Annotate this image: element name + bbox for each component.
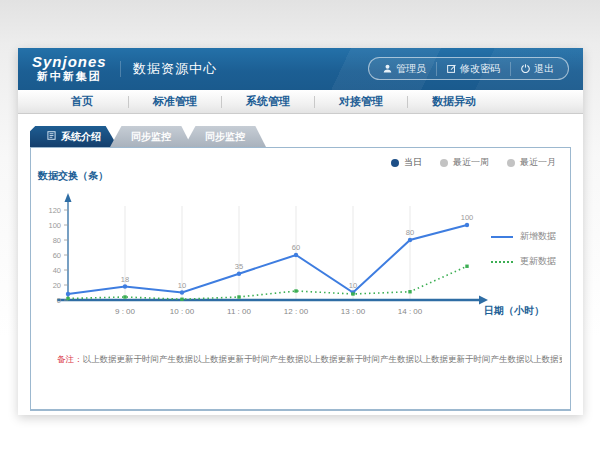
chart-panel: 当日 最近一周 最近一月 数据交换（条） 0204060801001209 : … xyxy=(30,147,571,411)
tab-sync-monitor-1[interactable]: 同步监控 xyxy=(110,126,192,147)
svg-text:9 : 00: 9 : 00 xyxy=(115,307,136,316)
x-axis-label: 日期（小时） xyxy=(484,304,544,318)
svg-text:20: 20 xyxy=(53,281,61,290)
legend-item-updated-data[interactable]: 更新数据 xyxy=(491,255,556,268)
tab-system-intro[interactable]: 系统介绍 xyxy=(30,126,118,147)
svg-text:10 : 00: 10 : 00 xyxy=(170,307,195,316)
main-nav: 首页 标准管理 系统管理 对接管理 数据异动 xyxy=(18,90,583,114)
legend-label: 新增数据 xyxy=(520,230,556,243)
svg-text:60: 60 xyxy=(53,251,61,260)
svg-text:11 : 00: 11 : 00 xyxy=(227,307,251,316)
edit-icon xyxy=(447,64,456,73)
legend-line-solid-icon xyxy=(491,236,513,238)
svg-text:14 : 00: 14 : 00 xyxy=(398,307,423,316)
app-window: Synjones 新中新集团 数据资源中心 管理员 修改密码 退出 xyxy=(18,48,583,415)
tab-bar: 系统介绍 同步监控 同步监控 xyxy=(30,126,266,147)
document-icon xyxy=(47,126,56,147)
svg-text:0: 0 xyxy=(57,296,61,305)
nav-item-home[interactable]: 首页 xyxy=(36,90,128,113)
current-user-label: 管理员 xyxy=(396,62,426,76)
svg-text:40: 40 xyxy=(53,266,61,275)
change-password-button[interactable]: 修改密码 xyxy=(436,62,510,76)
svg-text:18: 18 xyxy=(121,275,129,284)
svg-text:100: 100 xyxy=(48,221,61,230)
logo-brand-text: Synjones xyxy=(32,53,107,70)
logout-button[interactable]: 退出 xyxy=(510,62,564,76)
user-toolbar: 管理员 修改密码 退出 xyxy=(368,57,569,80)
footnote-text: 以上数据更新于时间产生数据以上数据更新于时间产生数据以上数据更新于时间产生数据以… xyxy=(83,354,563,364)
user-icon xyxy=(383,64,392,73)
current-user-button[interactable]: 管理员 xyxy=(373,62,436,76)
line-chart: 0204060801001209 : 0010 : 0011 : 0012 : … xyxy=(31,148,570,408)
nav-item-data-change[interactable]: 数据异动 xyxy=(408,90,500,113)
page-title: 数据资源中心 xyxy=(120,61,217,77)
svg-text:12 : 00: 12 : 00 xyxy=(284,307,309,316)
svg-text:10: 10 xyxy=(349,281,357,290)
legend-label: 更新数据 xyxy=(520,255,556,268)
svg-text:80: 80 xyxy=(53,236,61,245)
tab-sync-monitor-2[interactable]: 同步监控 xyxy=(184,126,266,147)
nav-item-standard-mgmt[interactable]: 标准管理 xyxy=(129,90,221,113)
svg-text:35: 35 xyxy=(235,262,243,271)
nav-item-system-mgmt[interactable]: 系统管理 xyxy=(222,90,314,113)
footnote: 备注：以上数据更新于时间产生数据以上数据更新于时间产生数据以上数据更新于时间产生… xyxy=(57,354,562,366)
chart-legend: 新增数据 更新数据 xyxy=(491,230,556,268)
nav-item-interface-mgmt[interactable]: 对接管理 xyxy=(315,90,407,113)
tab-label: 系统介绍 xyxy=(61,126,101,147)
change-password-label: 修改密码 xyxy=(460,62,500,76)
logout-label: 退出 xyxy=(534,62,554,76)
svg-text:120: 120 xyxy=(48,206,61,215)
app-header: Synjones 新中新集团 数据资源中心 管理员 修改密码 退出 xyxy=(18,48,583,90)
svg-text:80: 80 xyxy=(406,228,414,237)
power-icon xyxy=(521,64,530,73)
svg-text:10: 10 xyxy=(178,281,186,290)
footnote-label: 备注： xyxy=(57,354,83,364)
content-area: 系统介绍 同步监控 同步监控 当日 最近一周 最近一月 数据交 xyxy=(18,114,583,415)
logo-company-name: 新中新集团 xyxy=(32,70,107,83)
svg-text:13 : 00: 13 : 00 xyxy=(341,307,366,316)
svg-text:60: 60 xyxy=(292,243,300,252)
company-logo: Synjones 新中新集团 xyxy=(32,53,107,83)
legend-line-dotted-icon xyxy=(491,261,513,263)
svg-text:100: 100 xyxy=(461,213,474,222)
legend-item-new-data[interactable]: 新增数据 xyxy=(491,230,556,243)
